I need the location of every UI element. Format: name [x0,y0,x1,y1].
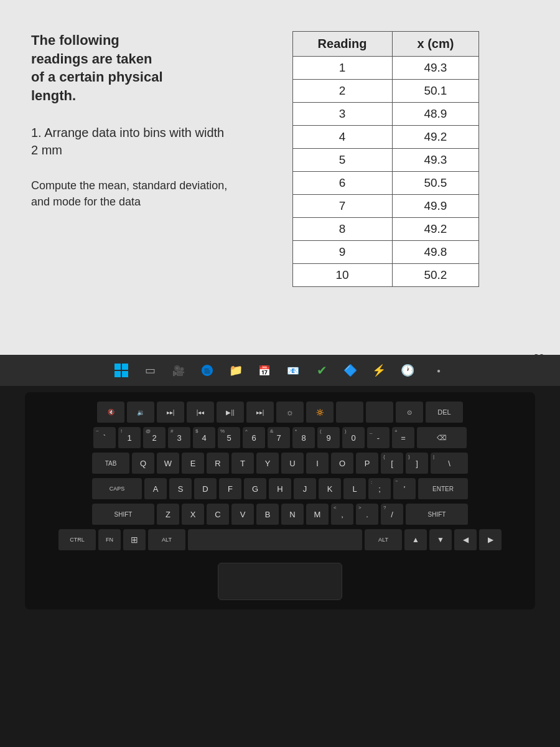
taskbar-mail-icon[interactable]: 📧 [282,359,304,382]
key-enter[interactable]: ENTER [418,478,468,500]
key-play[interactable]: ▶|| [217,402,244,424]
key-b[interactable]: B [256,504,279,526]
key-7[interactable]: &7 [268,427,290,449]
key-backspace[interactable]: ⌫ [417,427,467,449]
taskbar-video-icon[interactable]: 🎥 [167,359,190,382]
key-f[interactable]: F [219,478,241,500]
key-fn11[interactable]: ⊙ [396,402,423,424]
key-brightness-up[interactable]: 🔆 [306,402,334,424]
key-o[interactable]: O [331,453,353,475]
key-esc[interactable]: 🔇 [97,402,124,424]
key-period[interactable]: >. [356,504,378,526]
key-w[interactable]: W [157,453,179,475]
key-ctrl[interactable]: CTRL [58,529,96,552]
key-rbracket[interactable]: }] [406,453,428,475]
taskbar-rectangle-icon[interactable]: ▭ [139,359,161,382]
key-win[interactable]: ⊞ [123,529,146,552]
key-alt[interactable]: ALT [148,529,185,552]
key-rewind[interactable]: |◂◂ [187,402,214,424]
key-right[interactable]: ▶ [479,529,502,552]
key-vol-down[interactable]: 🔉 [127,402,154,424]
key-a[interactable]: A [144,478,167,500]
reading-cell: 8 [292,218,392,241]
key-fn9[interactable] [336,402,363,424]
x-value-cell: 49.3 [392,149,479,172]
key-c[interactable]: C [207,504,229,526]
key-fn10[interactable] [366,402,393,424]
taskbar-edge-icon[interactable] [196,359,218,382]
key-x[interactable]: X [182,504,204,526]
key-lbracket[interactable]: {[ [381,453,403,475]
key-ff[interactable]: ▸▸| [246,402,274,424]
key-1[interactable]: !1 [118,427,141,449]
content-wrapper: The following readings are taken of a ce… [12,12,548,386]
key-tab[interactable]: TAB [92,453,129,475]
key-r[interactable]: R [207,453,229,475]
key-u[interactable]: U [281,453,304,475]
key-lshift[interactable]: SHIFT [92,504,154,526]
taskbar-lightning-icon[interactable]: ⚡ [368,359,390,382]
key-g[interactable]: G [244,478,266,500]
key-t[interactable]: T [231,453,254,475]
key-up[interactable]: ▲ [404,529,427,552]
key-comma[interactable]: <, [331,504,353,526]
x-value-cell: 50.5 [392,172,479,195]
key-slash[interactable]: ?/ [381,504,403,526]
reading-cell: 1 [292,57,392,80]
key-row-4: CAPS A S D F G H J K L :; "' ENTER [31,478,529,500]
key-quote[interactable]: "' [393,478,416,500]
key-rshift[interactable]: SHIFT [406,504,468,526]
taskbar-calendar-icon[interactable]: 📅 [253,359,276,382]
key-semicolon[interactable]: :; [368,478,391,500]
key-z[interactable]: Z [157,504,179,526]
key-9[interactable]: (9 [317,427,340,449]
reading-cell: 4 [292,126,392,149]
key-0[interactable]: )0 [342,427,365,449]
key-down[interactable]: ▼ [429,529,452,552]
key-i[interactable]: I [306,453,329,475]
key-minus[interactable]: _- [367,427,390,449]
key-p[interactable]: P [356,453,378,475]
screen: The following readings are taken of a ce… [0,0,560,386]
key-8[interactable]: *8 [292,427,315,449]
task1-text: 1. Arrange data into bins with width 2 m… [31,124,230,159]
key-capslock[interactable]: CAPS [92,478,142,500]
taskbar-check-icon[interactable]: ✔ [310,359,333,382]
key-2[interactable]: @2 [143,427,166,449]
key-m[interactable]: M [306,504,329,526]
key-h[interactable]: H [269,478,291,500]
trackpad[interactable] [218,563,342,600]
key-equals[interactable]: += [392,427,414,449]
key-5[interactable]: %5 [218,427,240,449]
key-k[interactable]: K [319,478,341,500]
key-del[interactable]: DEL [426,402,463,424]
key-row-5: SHIFT Z X C V B N M <, >. ?/ SHIFT [31,504,529,526]
key-v[interactable]: V [231,504,254,526]
taskbar-blue-diamond-icon[interactable]: 🔷 [339,359,362,382]
x-value-cell: 50.1 [392,80,479,103]
key-y[interactable]: Y [256,453,279,475]
key-ralt[interactable]: ALT [365,529,402,552]
key-4[interactable]: $4 [193,427,215,449]
key-q[interactable]: Q [132,453,154,475]
key-left[interactable]: ◀ [454,529,477,552]
key-backslash[interactable]: |\ [431,453,468,475]
key-space[interactable] [188,529,362,552]
taskbar-clock-icon[interactable]: 🕐 [396,359,419,382]
key-vol-up[interactable]: ▸▸| [157,402,184,424]
key-j[interactable]: J [294,478,316,500]
taskbar: ▭ 🎥 📁 📅 📧 ✔ 🔷 ⚡ 🕐 ● [0,355,560,386]
key-fn[interactable]: FN [98,529,121,552]
key-e[interactable]: E [182,453,204,475]
key-brightness-down[interactable]: ☼ [276,402,304,424]
x-value-cell: 48.9 [392,103,479,126]
key-l[interactable]: L [343,478,366,500]
windows-start-icon[interactable] [110,359,133,382]
taskbar-folder-icon[interactable]: 📁 [225,359,247,382]
key-3[interactable]: #3 [168,427,190,449]
key-6[interactable]: ^6 [243,427,265,449]
key-n[interactable]: N [281,504,304,526]
key-d[interactable]: D [194,478,217,500]
key-backtick[interactable]: ~` [93,427,116,449]
key-s[interactable]: S [169,478,192,500]
